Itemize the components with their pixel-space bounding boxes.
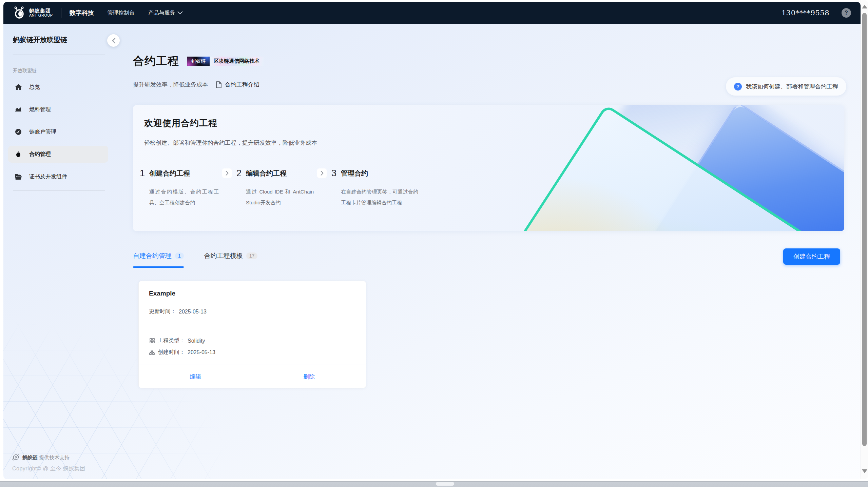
edit-button[interactable]: 编辑: [139, 365, 252, 388]
antchain-network-icon: [12, 454, 20, 461]
nav-item-console[interactable]: 管理控制台: [108, 9, 135, 17]
help-guide-label: 我该如何创建、部署和管理合约工程: [746, 83, 838, 90]
sidebar-item-fuel[interactable]: 燃料管理: [8, 101, 108, 118]
illustration-blue-card: [619, 105, 844, 231]
tab-count-badge: 1: [175, 252, 184, 259]
chevron-down-icon: [177, 11, 183, 15]
step-description: 在自建合约管理页签，可通过合约工程卡片管理编辑合约工程: [341, 186, 418, 208]
step-number: 1: [140, 168, 149, 178]
question-icon: ?: [734, 83, 742, 90]
badge-antchain: 蚂蚁链: [187, 57, 210, 66]
scroll-down-arrow[interactable]: [862, 469, 867, 473]
chart-icon: [15, 106, 22, 113]
flame-icon: [15, 151, 22, 158]
sidebar: 蚂蚁链开放联盟链 开放联盟链 总览 燃料管理: [3, 24, 113, 479]
grid-icon: [149, 338, 155, 344]
screen: 蚂蚁集团 ANT GROUP 数字科技 管理控制台 产品与服务 130***: [0, 0, 868, 487]
sidebar-item-overview[interactable]: 总览: [8, 79, 108, 96]
banner-illustration: [471, 105, 844, 231]
sidebar-item-label: 证书及开发组件: [29, 173, 67, 180]
nav-item-products[interactable]: 产品与服务: [148, 9, 183, 17]
folder-icon: [15, 173, 22, 180]
step-description: 通过 Cloud IDE 和 AntChain Studio开发合约: [246, 186, 314, 208]
sidebar-item-chain-account[interactable]: 链账户管理: [8, 123, 108, 140]
dock-handle[interactable]: [436, 482, 454, 486]
tab-count-badge: 17: [246, 252, 258, 259]
step-title: 编辑合约工程: [246, 168, 314, 178]
tab-self-built-contracts[interactable]: 自建合约管理 1: [133, 251, 184, 268]
gauge-icon: [15, 128, 22, 135]
provider-brand: 蚂蚁链: [22, 454, 38, 460]
create-contract-project-button[interactable]: 创建合约工程: [783, 248, 840, 265]
welcome-title: 欢迎使用合约工程: [144, 117, 217, 129]
project-card[interactable]: Example 更新时间： 2025-05-13: [138, 281, 366, 388]
sitemap-icon: [149, 349, 155, 356]
help-guide-link[interactable]: ? 我该如何创建、部署和管理合约工程: [726, 77, 846, 96]
brand-en: ANT GROUP: [29, 14, 53, 18]
ant-group-logo[interactable]: 蚂蚁集团 ANT GROUP: [13, 6, 53, 19]
help-icon[interactable]: ?: [842, 8, 851, 18]
sidebar-item-contract-management[interactable]: 合约管理: [8, 146, 108, 163]
project-type-row: 工程类型： Solidity: [149, 337, 205, 344]
tab-bar: 自建合约管理 1 合约工程模板 17: [133, 251, 257, 268]
sidebar-provider: 蚂蚁链 提供技术支持: [12, 454, 85, 461]
nav-item-products-label: 产品与服务: [148, 9, 175, 17]
copyright-text: Copyright© @ 至今 蚂蚁集团: [12, 465, 85, 472]
sidebar-item-label: 燃料管理: [29, 106, 51, 113]
step-manage: 3 管理合约 在自建合约管理页签，可通过合约工程卡片管理编辑合约工程: [331, 168, 418, 208]
page-subtitle: 提升研发效率，降低业务成本: [133, 81, 208, 88]
top-navbar: 蚂蚁集团 ANT GROUP 数字科技 管理控制台 产品与服务 130***: [3, 2, 861, 24]
sidebar-section-label: 开放联盟链: [3, 55, 113, 79]
step-title: 管理合约: [341, 168, 418, 178]
delete-button[interactable]: 删除: [252, 365, 366, 388]
brand-cn: 蚂蚁集团: [29, 8, 53, 14]
sidebar-item-certificates[interactable]: 证书及开发组件: [8, 168, 108, 185]
sidebar-divider-bottom: [13, 190, 105, 191]
sidebar-collapse-button[interactable]: [107, 34, 120, 47]
step-arrow-button[interactable]: [317, 168, 327, 178]
steps-row: 1 创建合约工程 通过合约模版、合约工程工具、空工程创建合约 2 编辑合约工程 …: [140, 168, 418, 208]
main-content: 合约工程 蚂蚁链 区块链通信网络技术 提升研发效率，降低业务成本 合约工程: [113, 24, 861, 479]
intro-link[interactable]: 合约工程介绍: [225, 81, 259, 88]
sidebar-item-label: 合约管理: [29, 151, 51, 158]
created-label: 创建时间：: [158, 349, 185, 356]
step-description: 通过合约模版、合约工程工具、空工程创建合约: [149, 186, 219, 208]
scroll-up-arrow[interactable]: [862, 5, 867, 8]
project-created-row: 创建时间： 2025-05-13: [149, 349, 215, 356]
nav-item-console-label: 管理控制台: [108, 9, 135, 17]
sidebar-item-label: 链账户管理: [29, 128, 56, 136]
step-number: 3: [331, 168, 340, 178]
created-value: 2025-05-13: [188, 349, 215, 356]
sidebar-item-label: 总览: [29, 84, 40, 91]
scrollbar-thumb[interactable]: [862, 13, 867, 446]
badge-blockchain-tech: 区块链通信网络技术: [210, 57, 264, 66]
step-create: 1 创建合约工程 通过合约模版、合约工程工具、空工程创建合约: [140, 168, 219, 208]
step-title: 创建合约工程: [149, 168, 219, 178]
home-icon: [15, 84, 22, 90]
step-number: 2: [236, 168, 245, 178]
illustration-glass-card: [440, 105, 844, 231]
nav-product-name[interactable]: 数字科技: [70, 9, 94, 17]
provider-text: 提供技术支持: [39, 454, 70, 460]
type-value: Solidity: [188, 338, 205, 344]
console-window: 蚂蚁集团 ANT GROUP 数字科技 管理控制台 产品与服务 130***: [3, 2, 861, 479]
sidebar-title: 蚂蚁链开放联盟链: [3, 35, 113, 44]
bottom-taskbar-strip: [0, 481, 868, 487]
tab-contract-templates[interactable]: 合约工程模板 17: [204, 251, 258, 268]
tab-label: 自建合约管理: [133, 251, 172, 260]
updated-label: 更新时间：: [149, 308, 176, 315]
project-updated-row: 更新时间： 2025-05-13: [149, 308, 207, 315]
step-arrow-button[interactable]: [222, 168, 232, 178]
project-name: Example: [149, 290, 175, 297]
account-phone[interactable]: 130****9558: [782, 9, 829, 17]
type-label: 工程类型：: [158, 337, 185, 344]
welcome-subtitle: 轻松创建、部署和管理你的合约工程，提升研发效率，降低业务成本: [144, 139, 317, 147]
welcome-banner: 欢迎使用合约工程 轻松创建、部署和管理你的合约工程，提升研发效率，降低业务成本 …: [133, 105, 844, 231]
step-edit: 2 编辑合约工程 通过 Cloud IDE 和 AntChain Studio开…: [236, 168, 314, 208]
page-title: 合约工程: [133, 54, 179, 69]
vertical-scrollbar[interactable]: [861, 0, 868, 479]
tab-label: 合约工程模板: [204, 251, 243, 260]
updated-value: 2025-05-13: [179, 309, 207, 315]
ant-logo-icon: [13, 6, 26, 19]
nav-divider: [61, 8, 61, 18]
